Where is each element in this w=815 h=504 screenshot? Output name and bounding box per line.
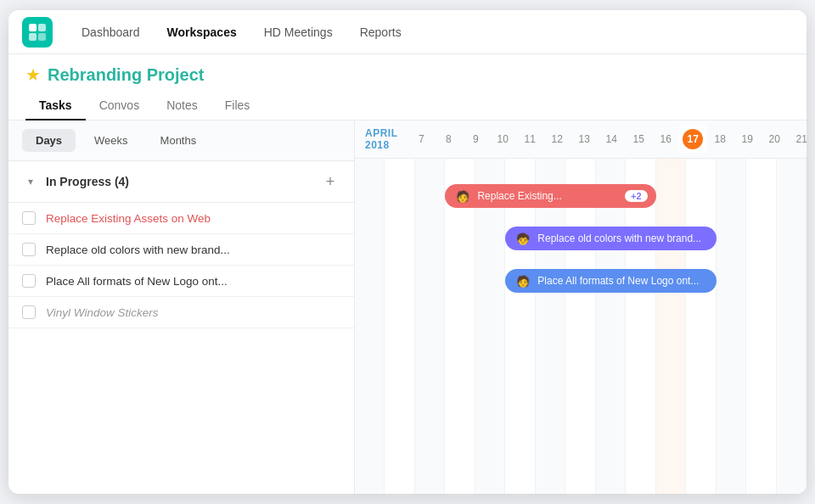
nav-dashboard[interactable]: Dashboard bbox=[70, 20, 152, 44]
gantt-day-13: 13 bbox=[570, 130, 598, 148]
task-checkbox-1[interactable] bbox=[22, 211, 36, 225]
gantt-body: 🧑Replace Existing...+2🧒Replace old color… bbox=[355, 159, 807, 494]
nav-hd-meetings[interactable]: HD Meetings bbox=[252, 20, 345, 44]
nav-reports[interactable]: Reports bbox=[348, 20, 413, 44]
gantt-grid bbox=[355, 159, 807, 494]
task-checkbox-2[interactable] bbox=[22, 243, 36, 256]
task-name-1: Replace Existing Assets on Web bbox=[46, 212, 211, 225]
project-title: Rebranding Project bbox=[48, 65, 204, 85]
gantt-day-17: 17 bbox=[679, 126, 706, 153]
gantt-col-21 bbox=[777, 159, 807, 494]
gantt-day-9: 9 bbox=[462, 130, 489, 148]
gantt-day-7: 7 bbox=[408, 130, 435, 148]
task-item[interactable]: Place All formats of New Logo ont... bbox=[8, 266, 354, 297]
task-name-2: Replace old colors with new brand... bbox=[46, 244, 230, 256]
gantt-bar-2[interactable]: 🧑Place All formats of New Logo ont... bbox=[505, 269, 716, 293]
bar-badge-0: +2 bbox=[625, 190, 648, 202]
view-controls: Days Weeks Months bbox=[8, 120, 354, 161]
gantt-col-7 bbox=[355, 159, 385, 494]
task-item[interactable]: Replace Existing Assets on Web bbox=[8, 203, 354, 234]
bar-avatar-2: 🧑 bbox=[514, 272, 532, 290]
gantt-bar-1[interactable]: 🧒Replace old colors with new brand... bbox=[505, 227, 716, 250]
star-icon[interactable]: ★ bbox=[25, 64, 41, 85]
gantt-day-16: 16 bbox=[652, 130, 679, 148]
add-task-button[interactable]: + bbox=[320, 171, 340, 192]
gantt-days-row: 789101112131415161718192021 bbox=[408, 126, 807, 153]
main-content: Days Weeks Months ▾ In Progress (4) + Re… bbox=[8, 120, 807, 494]
gantt-col-11 bbox=[475, 159, 505, 494]
task-name-3: Place All formats of New Logo ont... bbox=[46, 275, 228, 288]
task-name-4: Vinyl Window Stickers bbox=[46, 306, 158, 319]
gantt-col-9 bbox=[415, 159, 445, 494]
task-item[interactable]: Replace old colors with new brand... bbox=[8, 234, 354, 266]
svg-rect-2 bbox=[29, 33, 37, 41]
gantt-month-label: APRIL 2018 bbox=[355, 120, 408, 158]
gantt-bar-0[interactable]: 🧑Replace Existing...+2 bbox=[445, 184, 655, 208]
tab-convos[interactable]: Convos bbox=[86, 92, 153, 120]
bar-text-2: Place All formats of New Logo ont... bbox=[537, 275, 707, 287]
view-weeks-button[interactable]: Weeks bbox=[81, 129, 142, 152]
gantt-day-12: 12 bbox=[543, 130, 570, 148]
gantt-day-10: 10 bbox=[489, 130, 516, 148]
gantt-header: APRIL 2018 789101112131415161718192021 bbox=[355, 120, 807, 159]
gantt-col-12 bbox=[505, 159, 535, 494]
app-container: Dashboard Workspaces HD Meetings Reports… bbox=[8, 10, 807, 494]
bar-text-0: Replace Existing... bbox=[477, 190, 620, 202]
gantt-col-15 bbox=[596, 159, 626, 494]
gantt-day-15: 15 bbox=[625, 130, 652, 148]
gantt-col-8 bbox=[385, 159, 414, 494]
gantt-col-18 bbox=[686, 159, 716, 494]
gantt-day-20: 20 bbox=[761, 130, 788, 148]
gantt-col-13 bbox=[536, 159, 565, 494]
gantt-day-18: 18 bbox=[706, 130, 734, 148]
gantt-day-8: 8 bbox=[435, 130, 462, 148]
collapse-button[interactable]: ▾ bbox=[22, 173, 39, 190]
group-header: ▾ In Progress (4) + bbox=[8, 161, 354, 203]
gantt-day-14: 14 bbox=[598, 130, 625, 148]
group-title: In Progress (4) bbox=[46, 175, 320, 188]
view-days-button[interactable]: Days bbox=[22, 129, 76, 152]
gantt-col-16 bbox=[626, 159, 655, 494]
gantt-day-19: 19 bbox=[734, 130, 761, 148]
bar-avatar-1: 🧒 bbox=[514, 229, 532, 248]
task-checkbox-4[interactable] bbox=[22, 305, 36, 319]
tab-files[interactable]: Files bbox=[211, 92, 264, 120]
svg-rect-1 bbox=[38, 24, 46, 31]
task-list: Replace Existing Assets on Web Replace o… bbox=[8, 203, 354, 494]
view-months-button[interactable]: Months bbox=[147, 129, 211, 152]
tab-tasks[interactable]: Tasks bbox=[25, 92, 86, 120]
gantt-col-17 bbox=[656, 159, 686, 494]
app-logo bbox=[22, 17, 53, 48]
task-checkbox-3[interactable] bbox=[22, 274, 36, 288]
project-header: ★ Rebranding Project bbox=[8, 54, 807, 92]
svg-rect-3 bbox=[38, 33, 46, 41]
gantt-day-11: 11 bbox=[516, 130, 543, 148]
gantt-col-20 bbox=[746, 159, 776, 494]
bar-text-1: Replace old colors with new brand... bbox=[537, 232, 707, 244]
gantt-col-10 bbox=[445, 159, 475, 494]
top-nav: Dashboard Workspaces HD Meetings Reports bbox=[8, 10, 807, 54]
task-item[interactable]: Vinyl Window Stickers bbox=[8, 297, 354, 328]
gantt-day-21: 21 bbox=[788, 130, 807, 148]
tab-notes[interactable]: Notes bbox=[153, 92, 211, 120]
tabs-row: Tasks Convos Notes Files bbox=[8, 92, 807, 120]
bar-avatar-0: 🧑 bbox=[453, 187, 472, 205]
left-panel: Days Weeks Months ▾ In Progress (4) + Re… bbox=[8, 120, 355, 494]
nav-workspaces[interactable]: Workspaces bbox=[155, 20, 249, 44]
gantt-panel: APRIL 2018 789101112131415161718192021 🧑… bbox=[355, 120, 807, 494]
nav-items: Dashboard Workspaces HD Meetings Reports bbox=[70, 20, 793, 44]
gantt-col-19 bbox=[717, 159, 746, 494]
svg-rect-0 bbox=[29, 24, 37, 31]
gantt-col-14 bbox=[565, 159, 595, 494]
